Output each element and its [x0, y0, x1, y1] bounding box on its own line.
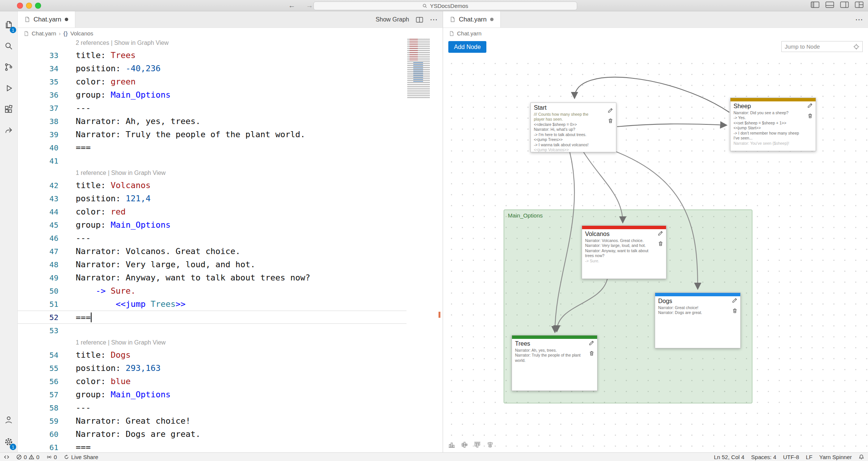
codelens-link[interactable]: 1 reference | Show in Graph View — [18, 337, 406, 348]
edit-node-icon[interactable] — [589, 340, 594, 347]
align-left-icon[interactable] — [474, 442, 481, 448]
breadcrumb-file[interactable]: Chat.yarn — [457, 30, 481, 37]
modified-indicator-icon[interactable] — [490, 18, 494, 21]
accounts-button[interactable] — [0, 410, 17, 431]
cursor-position[interactable]: Ln 52, Col 4 — [714, 454, 744, 460]
code-line-48[interactable]: 48Narrator: Very large, loud, and hot. — [18, 258, 406, 271]
graph-node-volcanos[interactable]: VolcanosNarrator: Volcanos. Great choice… — [582, 225, 666, 279]
sidebar-item-extensions[interactable] — [0, 99, 17, 120]
toggle-panel-right-icon[interactable] — [840, 2, 849, 8]
breadcrumb-file[interactable]: Chat.yarn — [32, 30, 56, 37]
more-actions-icon[interactable]: ⋯ — [855, 15, 863, 24]
node-title: Start — [534, 104, 547, 111]
code-line-37[interactable]: 37--- — [18, 101, 406, 115]
code-line-46[interactable]: 46--- — [18, 231, 406, 245]
code-line-54[interactable]: 54title: Dogs — [18, 348, 406, 361]
codelens-link[interactable]: 1 reference | Show in Graph View — [18, 167, 406, 179]
delete-node-icon[interactable] — [732, 308, 738, 315]
code-line-59[interactable]: 59Narrator: Great choice! — [18, 414, 406, 427]
graph-node-trees[interactable]: TreesNarrator: Ah, yes, trees.Narrator: … — [512, 335, 598, 391]
code-line-39[interactable]: 39Narrator: Truly the people of the plan… — [18, 128, 406, 141]
sidebar-item-source-control[interactable] — [0, 57, 17, 78]
edit-node-icon[interactable] — [807, 103, 813, 110]
notifications-bell-icon[interactable] — [859, 454, 864, 460]
breadcrumb[interactable]: Chat.yarn › {} Volcanos — [18, 28, 443, 39]
minimize-window-button[interactable] — [26, 3, 32, 9]
split-editor-icon[interactable] — [416, 17, 423, 23]
code-line-40[interactable]: 40=== — [18, 141, 406, 154]
graph-node-start[interactable]: Start/// Counts how many sheep the playe… — [530, 103, 616, 152]
problems-indicator[interactable]: 0 0 — [16, 454, 40, 460]
code-line-49[interactable]: 49Narrator: Anyway, want to talk about t… — [18, 271, 406, 284]
code-line-36[interactable]: 36group: Main_Options — [18, 88, 406, 101]
add-node-button[interactable]: Add Node — [448, 41, 486, 53]
code-line-53[interactable]: 53 — [18, 324, 406, 337]
code-line-60[interactable]: 60Narrator: Dogs are great. — [18, 427, 406, 441]
text-editor[interactable]: 2 references | Show in Graph View33title… — [18, 39, 443, 452]
code-line-34[interactable]: 34position: -40,236 — [18, 62, 406, 75]
eol-sequence[interactable]: LF — [806, 454, 813, 460]
line-number: 39 — [18, 130, 58, 139]
sidebar-item-search[interactable] — [0, 35, 17, 57]
indentation[interactable]: Spaces: 4 — [751, 454, 776, 460]
jump-to-node-select[interactable]: Jump to Node — [781, 41, 863, 52]
minimap[interactable] — [407, 39, 430, 98]
edit-node-icon[interactable] — [732, 297, 738, 305]
line-number: 45 — [18, 221, 58, 230]
encoding[interactable]: UTF-8 — [783, 454, 799, 460]
navigate-back-icon[interactable]: ← — [288, 2, 295, 10]
close-window-button[interactable] — [17, 3, 23, 9]
toggle-panel-bottom-icon[interactable] — [825, 2, 834, 8]
code-line-56[interactable]: 56color: blue — [18, 375, 406, 388]
customize-layout-icon[interactable] — [855, 2, 863, 8]
modified-indicator-icon[interactable] — [65, 18, 68, 21]
edit-node-icon[interactable] — [658, 230, 663, 237]
graph-node-sheep[interactable]: SheepNarrator: Did you see a sheep?-> Ye… — [730, 98, 816, 151]
code-line-61[interactable]: 61=== — [18, 441, 406, 452]
remote-indicator[interactable] — [4, 454, 9, 460]
node-graph-canvas[interactable]: Main_Options Start/// Counts how many sh… — [443, 56, 868, 452]
align-bottom-icon[interactable] — [461, 442, 468, 448]
navigate-forward-icon[interactable]: → — [306, 2, 313, 10]
code-line-45[interactable]: 45group: Main_Options — [18, 218, 406, 231]
sidebar-item-explorer[interactable]: 1 — [0, 14, 17, 35]
code-line-52[interactable]: 52=== — [18, 311, 406, 324]
command-center-search[interactable]: YSDocsDemos — [313, 2, 577, 10]
codelens-link[interactable]: 2 references | Show in Graph View — [18, 39, 406, 49]
code-line-44[interactable]: 44color: red — [18, 205, 406, 218]
code-line-41[interactable]: 41 — [18, 154, 406, 167]
edit-node-icon[interactable] — [608, 107, 613, 115]
code-line-43[interactable]: 43position: 121,4 — [18, 192, 406, 205]
tab-chat-yarn-editor[interactable]: Chat.yarn — [18, 11, 75, 28]
sidebar-item-run-debug[interactable] — [0, 78, 17, 99]
delete-node-icon[interactable] — [658, 241, 663, 248]
delete-node-icon[interactable] — [807, 113, 813, 120]
code-line-57[interactable]: 57group: Main_Options — [18, 388, 406, 401]
settings-button[interactable]: 1 — [0, 431, 17, 452]
show-graph-button[interactable]: Show Graph — [376, 16, 409, 23]
sidebar-item-live-share[interactable] — [0, 120, 17, 141]
code-line-38[interactable]: 38Narrator: Ah, yes, trees. — [18, 115, 406, 128]
code-line-50[interactable]: 50 -> Sure. — [18, 284, 406, 297]
code-line-58[interactable]: 58--- — [18, 401, 406, 414]
graph-node-dogs[interactable]: DogsNarrator: Great choice!Narrator: Dog… — [655, 293, 741, 348]
auto-layout-icon[interactable] — [448, 442, 455, 448]
delete-node-icon[interactable] — [608, 118, 613, 125]
code-line-35[interactable]: 35color: green — [18, 75, 406, 88]
code-line-33[interactable]: 33title: Trees — [18, 49, 406, 62]
live-share-button[interactable]: Live Share — [64, 454, 98, 460]
code-line-42[interactable]: 42title: Volcanos — [18, 179, 406, 192]
breadcrumb[interactable]: Chat.yarn — [443, 28, 868, 39]
ports-indicator[interactable]: 0 — [46, 454, 57, 460]
code-line-55[interactable]: 55position: 293,163 — [18, 361, 406, 375]
delete-node-icon[interactable] — [589, 351, 594, 358]
breadcrumb-symbol[interactable]: Volcanos — [70, 30, 93, 37]
align-center-icon[interactable] — [487, 442, 494, 448]
maximize-window-button[interactable] — [35, 3, 41, 9]
code-line-47[interactable]: 47Narrator: Volcanos. Great choice. — [18, 245, 406, 258]
more-actions-icon[interactable]: ⋯ — [430, 15, 438, 24]
code-line-51[interactable]: 51 <<jump Trees>> — [18, 297, 406, 311]
toggle-panel-left-icon[interactable] — [811, 2, 819, 8]
tab-chat-yarn-graph[interactable]: Chat.yarn — [443, 11, 501, 28]
language-mode[interactable]: Yarn Spinner — [819, 454, 852, 460]
